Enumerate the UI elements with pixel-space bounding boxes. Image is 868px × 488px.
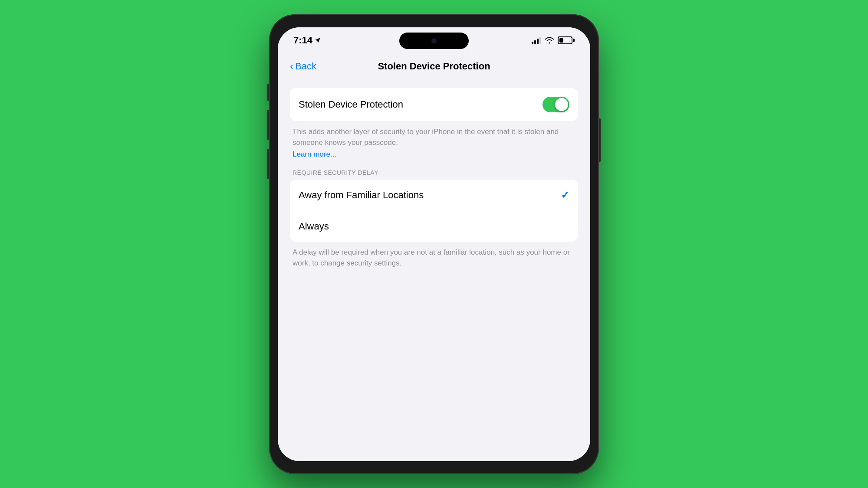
content-area: Stolen Device Protection This adds anoth… bbox=[278, 79, 590, 269]
options-card: Away from Familiar Locations ✓ Always bbox=[290, 180, 578, 242]
stolen-protection-toggle[interactable] bbox=[542, 97, 569, 112]
signal-bar-1 bbox=[532, 42, 533, 44]
option-row-familiar[interactable]: Away from Familiar Locations ✓ bbox=[290, 180, 578, 211]
option-label-familiar: Away from Familiar Locations bbox=[299, 190, 424, 201]
phone-frame: 7:14 bbox=[269, 14, 599, 474]
back-button[interactable]: ‹ Back bbox=[290, 61, 316, 72]
wifi-icon bbox=[545, 37, 554, 44]
signal-bar-2 bbox=[534, 40, 536, 44]
toggle-label: Stolen Device Protection bbox=[299, 99, 403, 110]
description-text: This adds another layer of security to y… bbox=[290, 126, 578, 148]
status-bar: 7:14 bbox=[278, 27, 590, 53]
back-label: Back bbox=[295, 61, 316, 72]
volume-down-button bbox=[267, 149, 269, 179]
back-chevron-icon: ‹ bbox=[290, 61, 293, 72]
screen: 7:14 bbox=[278, 27, 590, 461]
signal-icon bbox=[532, 37, 541, 44]
battery-tip bbox=[573, 39, 575, 42]
learn-more-link[interactable]: Learn more... bbox=[290, 150, 339, 159]
mute-button bbox=[267, 84, 269, 101]
battery-level: 34 bbox=[559, 38, 572, 43]
page-title: Stolen Device Protection bbox=[378, 61, 490, 72]
toggle-card: Stolen Device Protection bbox=[290, 88, 578, 121]
dynamic-island bbox=[399, 33, 469, 49]
option-label-always: Always bbox=[299, 221, 329, 232]
footer-description: A delay will be required when you are no… bbox=[290, 247, 578, 269]
volume-up-button bbox=[267, 110, 269, 140]
toggle-row: Stolen Device Protection bbox=[299, 88, 569, 121]
status-time: 7:14 bbox=[293, 35, 321, 46]
option-row-always[interactable]: Always bbox=[290, 211, 578, 242]
section-header: REQUIRE SECURITY DELAY bbox=[290, 169, 578, 176]
battery-body: 34 bbox=[558, 36, 572, 44]
location-arrow-icon bbox=[315, 37, 321, 43]
toggle-thumb bbox=[555, 98, 568, 111]
front-camera bbox=[431, 38, 437, 44]
signal-bar-3 bbox=[537, 39, 539, 44]
power-button bbox=[599, 118, 601, 162]
status-right-icons: 34 bbox=[532, 36, 575, 44]
battery-icon: 34 bbox=[558, 36, 575, 44]
time-label: 7:14 bbox=[293, 35, 312, 46]
nav-bar: ‹ Back Stolen Device Protection bbox=[278, 53, 590, 79]
signal-bar-4 bbox=[539, 37, 541, 44]
checkmark-icon: ✓ bbox=[561, 189, 569, 201]
